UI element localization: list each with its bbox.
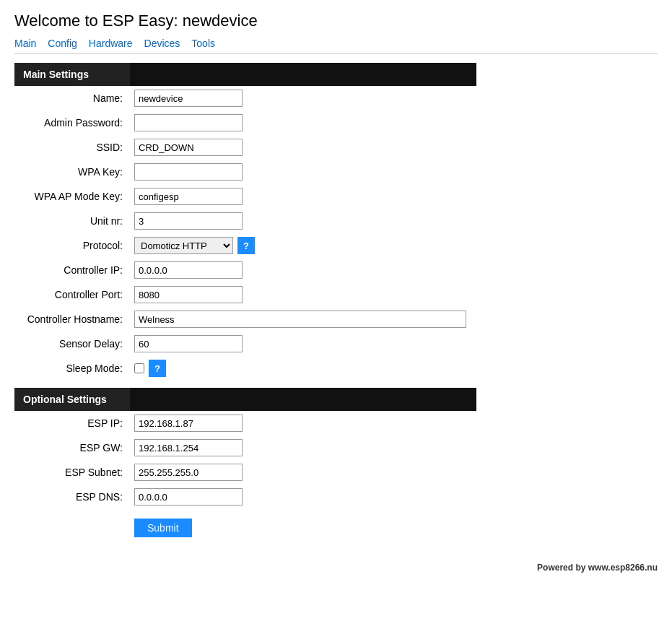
controller-hostname-label: Controller Hostname:	[14, 307, 130, 331]
field-controller-ip: Controller IP:	[14, 258, 476, 282]
nav-tools[interactable]: Tools	[191, 38, 215, 49]
sleep-mode-help-button[interactable]: ?	[149, 360, 166, 377]
sleep-mode-label: Sleep Mode:	[14, 356, 130, 381]
protocol-select[interactable]: Domoticz HTTP Domoticz MQTT openHAB MQTT…	[134, 237, 233, 254]
controller-port-label: Controller Port:	[14, 282, 130, 307]
nav-devices[interactable]: Devices	[144, 38, 180, 49]
esp-gw-input[interactable]	[134, 439, 243, 456]
field-esp-ip: ESP IP:	[14, 411, 476, 435]
esp-ip-input[interactable]	[134, 415, 243, 432]
esp-dns-input[interactable]	[134, 488, 243, 506]
wpa-key-input[interactable]	[134, 163, 243, 181]
admin-password-input[interactable]	[134, 114, 243, 131]
field-name: Name:	[14, 86, 476, 110]
field-esp-subnet: ESP Subnet:	[14, 460, 476, 485]
field-esp-dns: ESP DNS:	[14, 485, 476, 509]
field-sleep-mode: Sleep Mode: ?	[14, 356, 476, 381]
main-settings-header-right	[130, 63, 476, 86]
controller-ip-label: Controller IP:	[14, 258, 130, 282]
ssid-input[interactable]	[134, 139, 243, 156]
unit-nr-label: Unit nr:	[14, 209, 130, 233]
field-wpa-ap-key: WPA AP Mode Key:	[14, 184, 476, 209]
admin-password-label: Admin Password:	[14, 110, 130, 135]
nav-main[interactable]: Main	[14, 38, 36, 49]
sensor-delay-input[interactable]	[134, 335, 243, 352]
field-controller-hostname: Controller Hostname:	[14, 307, 476, 331]
main-nav: Main Config Hardware Devices Tools	[14, 38, 658, 54]
main-settings-form: Name: Admin Password: SSID: WPA Key: WPA…	[14, 86, 476, 381]
field-esp-gw: ESP GW:	[14, 435, 476, 460]
nav-config[interactable]: Config	[48, 38, 77, 49]
esp-ip-label: ESP IP:	[14, 411, 130, 435]
protocol-label: Protocol:	[14, 233, 130, 258]
optional-settings-form: ESP IP: ESP GW: ESP Subnet: ESP DNS: Sub…	[14, 411, 476, 541]
protocol-help-button[interactable]: ?	[237, 237, 255, 254]
nav-hardware[interactable]: Hardware	[89, 38, 133, 49]
field-sensor-delay: Sensor Delay:	[14, 331, 476, 356]
optional-settings-header-right	[130, 388, 476, 411]
optional-settings-title: Optional Settings	[14, 388, 130, 411]
esp-subnet-input[interactable]	[134, 464, 243, 481]
submit-row: Submit	[14, 509, 476, 541]
main-settings-header: Main Settings	[14, 63, 476, 86]
field-wpa-key: WPA Key:	[14, 160, 476, 184]
name-input[interactable]	[134, 90, 243, 107]
sleep-mode-checkbox[interactable]	[134, 363, 144, 373]
field-protocol: Protocol: Domoticz HTTP Domoticz MQTT op…	[14, 233, 476, 258]
submit-button[interactable]: Submit	[134, 519, 192, 537]
footer: Powered by www.esp8266.nu	[14, 563, 658, 573]
controller-hostname-input[interactable]	[134, 311, 466, 328]
wpa-ap-key-label: WPA AP Mode Key:	[14, 184, 130, 209]
controller-ip-input[interactable]	[134, 261, 243, 279]
wpa-ap-key-input[interactable]	[134, 188, 243, 205]
esp-dns-label: ESP DNS:	[14, 485, 130, 509]
field-unit-nr: Unit nr:	[14, 209, 476, 233]
controller-port-input[interactable]	[134, 286, 243, 303]
field-controller-port: Controller Port:	[14, 282, 476, 307]
optional-settings-header: Optional Settings	[14, 388, 476, 411]
name-label: Name:	[14, 86, 130, 110]
main-settings-title: Main Settings	[14, 63, 130, 86]
field-admin-password: Admin Password:	[14, 110, 476, 135]
esp-gw-label: ESP GW:	[14, 435, 130, 460]
wpa-key-label: WPA Key:	[14, 160, 130, 184]
esp-subnet-label: ESP Subnet:	[14, 460, 130, 485]
field-ssid: SSID:	[14, 135, 476, 160]
ssid-label: SSID:	[14, 135, 130, 160]
unit-nr-input[interactable]	[134, 212, 243, 230]
sensor-delay-label: Sensor Delay:	[14, 331, 130, 356]
page-title: Welcome to ESP Easy: newdevice	[14, 12, 658, 30]
